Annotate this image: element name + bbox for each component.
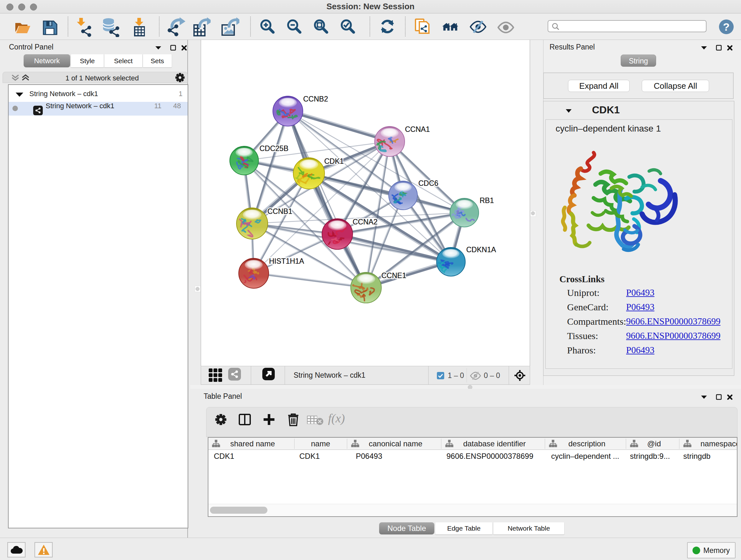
svg-text:CCNA1: CCNA1 — [405, 125, 430, 133]
svg-text:CDC25B: CDC25B — [259, 144, 288, 152]
svg-text:CDC6: CDC6 — [418, 179, 439, 187]
svg-text:CDK1: CDK1 — [324, 157, 344, 165]
svg-text:CCNB1: CCNB1 — [267, 207, 292, 215]
svg-text:CCNA2: CCNA2 — [353, 218, 378, 226]
svg-text:CCNB2: CCNB2 — [303, 95, 328, 103]
svg-text:RB1: RB1 — [480, 196, 494, 205]
svg-text:HIST1H1A: HIST1H1A — [269, 257, 305, 265]
svg-text:CDKN1A: CDKN1A — [466, 246, 496, 254]
svg-text:CCNE1: CCNE1 — [381, 271, 406, 280]
